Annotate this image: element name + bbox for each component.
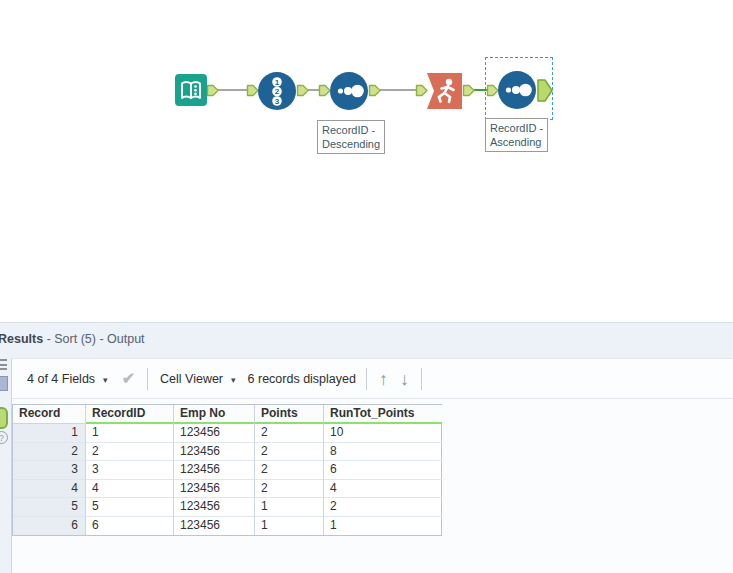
annotation-line: RecordID - [490,121,543,135]
book-icon [175,74,207,106]
workflow-canvas[interactable]: 1 2 3 [0,0,733,322]
help-icon[interactable]: ? [0,431,8,444]
table-row: 2212345628 [13,443,441,462]
anchor-plug-icon [462,84,475,97]
data-cell[interactable]: 2 [255,424,324,443]
row-number-cell[interactable]: 1 [13,424,86,443]
output-anchor-selector-icon[interactable] [0,407,8,429]
sort-dots-icon [330,72,368,110]
anchor-plug-icon [296,84,309,97]
tool-input-data[interactable] [175,74,207,106]
data-cell[interactable]: 123456 [174,461,255,480]
chevron-down-icon[interactable]: ▾ [103,375,108,385]
down-arrow-icon[interactable]: ↓ [400,370,409,388]
data-cell[interactable]: 2 [255,443,324,462]
connection-line[interactable] [217,89,248,91]
data-cell[interactable]: 6 [324,461,442,480]
table-row: 6612345611 [13,517,441,536]
tool-sort-ascending[interactable] [498,71,536,109]
runner-icon [427,73,463,109]
data-cell[interactable]: 123456 [174,498,255,517]
tool-annotation[interactable]: RecordID - Ascending [485,118,548,152]
output-anchor[interactable] [462,84,475,97]
results-table: Record RecordID Emp No Points RunTot_Poi… [12,404,442,536]
svg-text:2: 2 [275,87,280,96]
svg-text:3: 3 [275,97,280,106]
table-row: 4412345624 [13,480,441,499]
column-header[interactable]: RecordID [86,405,174,424]
results-panel: Results - Sort (5) - Output ? 4 of 4 Fie… [0,322,733,573]
data-cell[interactable]: 5 [86,498,174,517]
toolbar-separator [147,368,148,390]
results-title-rest: - Sort (5) - Output [43,332,144,346]
results-grid-area: Record RecordID Emp No Points RunTot_Poi… [11,399,733,573]
svg-text:1: 1 [275,78,280,87]
data-cell[interactable]: 123456 [174,480,255,499]
data-cell[interactable]: 1 [255,498,324,517]
layout-icon[interactable] [0,376,8,391]
tool-sort-descending[interactable] [330,72,368,110]
connection-line[interactable] [380,89,417,91]
cell-viewer-dropdown[interactable]: Cell Viewer [160,372,223,386]
data-cell[interactable]: 4 [86,480,174,499]
column-header[interactable]: RunTot_Points [324,405,442,424]
data-cell[interactable]: 1 [86,424,174,443]
table-header-row: Record RecordID Emp No Points RunTot_Poi… [13,405,441,424]
chevron-down-icon[interactable]: ▾ [231,375,236,385]
tool-running-total[interactable] [427,73,463,109]
output-anchor[interactable] [537,79,553,102]
table-row: 11123456210 [13,424,441,443]
fields-dropdown[interactable]: 4 of 4 Fields [27,372,95,386]
column-header[interactable]: Points [255,405,324,424]
up-arrow-icon[interactable]: ↑ [379,370,388,388]
toolbar-separator [421,368,422,390]
anchor-plug-icon [368,84,381,97]
data-cell[interactable]: 123456 [174,443,255,462]
sort-dots-icon [498,71,536,109]
results-panel-title: Results - Sort (5) - Output [0,332,145,346]
data-cell[interactable]: 2 [255,480,324,499]
table-row: 5512345612 [13,498,441,517]
data-cell[interactable]: 8 [324,443,442,462]
numbered-list-icon: 1 2 3 [258,72,296,110]
data-cell[interactable]: 1 [255,517,324,536]
menu-icon[interactable] [0,359,7,370]
output-anchor[interactable] [206,84,219,97]
row-number-cell[interactable]: 5 [13,498,86,517]
results-toolbar: 4 of 4 Fields ▾ ✔ Cell Viewer ▾ 6 record… [11,358,733,399]
data-cell[interactable]: 123456 [174,517,255,536]
anchor-arrow-icon [537,79,553,102]
tool-annotation[interactable]: RecordID - Descending [317,120,385,154]
data-cell[interactable]: 4 [324,480,442,499]
row-number-cell[interactable]: 4 [13,480,86,499]
data-cell[interactable]: 6 [86,517,174,536]
data-cell[interactable]: 123456 [174,424,255,443]
records-displayed-label: 6 records displayed [248,372,356,386]
column-header[interactable]: Record [13,405,86,424]
row-number-cell[interactable]: 6 [13,517,86,536]
results-table-body: 1112345621022123456283312345626441234562… [13,424,441,535]
results-title-bold: Results [0,332,43,346]
annotation-line: Descending [322,137,380,151]
row-number-cell[interactable]: 3 [13,461,86,480]
column-header[interactable]: Emp No [174,405,255,424]
row-number-cell[interactable]: 2 [13,443,86,462]
tool-recordid[interactable]: 1 2 3 [258,72,296,110]
data-cell[interactable]: 2 [86,443,174,462]
output-anchor[interactable] [368,84,381,97]
data-cell[interactable]: 2 [255,461,324,480]
data-cell[interactable]: 2 [324,498,442,517]
data-cell[interactable]: 3 [86,461,174,480]
toolbar-separator [366,368,367,390]
data-cell[interactable]: 10 [324,424,442,443]
annotation-line: Ascending [490,135,543,149]
output-anchor[interactable] [296,84,309,97]
table-row: 3312345626 [13,461,441,480]
annotation-line: RecordID - [322,123,380,137]
checkmark-icon[interactable]: ✔ [122,369,135,388]
data-cell[interactable]: 1 [324,517,442,536]
anchor-plug-icon [206,84,219,97]
